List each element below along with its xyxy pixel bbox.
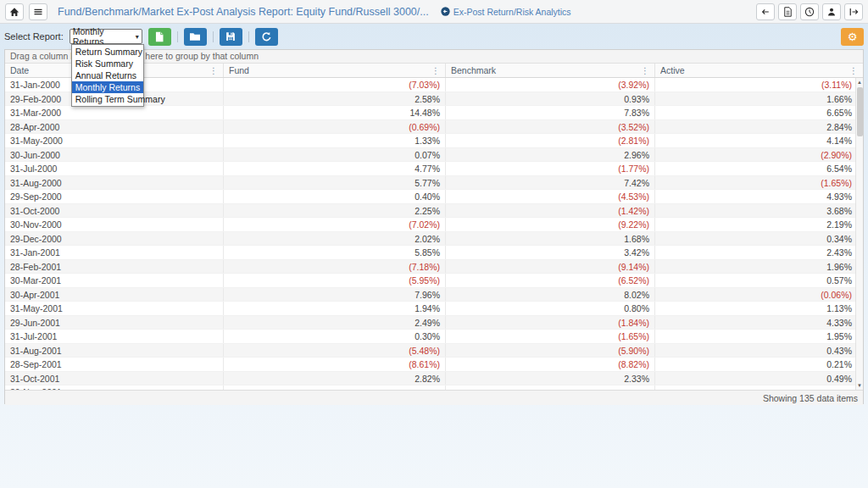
toolbar-divider	[177, 31, 178, 42]
vertical-scrollbar[interactable]: ▲ ▼	[855, 78, 863, 390]
file-icon	[154, 31, 164, 42]
cell-benchmark: (8.82%)	[446, 358, 655, 371]
cell-fund: 1.33%	[224, 134, 446, 147]
floppy-disk-icon	[225, 31, 236, 42]
table-row[interactable]: 30-Jun-20000.07%2.96%(2.90%)	[5, 148, 863, 163]
cell-date: 28-Apr-2000	[5, 120, 224, 134]
cell-fund: 2.02%	[224, 232, 446, 246]
cell-active: 2.43%	[655, 246, 863, 259]
column-menu-icon[interactable]: ⋮	[208, 66, 220, 75]
report-select[interactable]: Monthly Returns ▾	[70, 29, 142, 44]
settings-button[interactable]: ⚙	[841, 28, 864, 46]
table-row[interactable]: 30-Nov-2000(7.02%)(9.22%)2.19%	[5, 218, 863, 232]
table-row[interactable]: 29-Dec-20002.02%1.68%0.34%	[5, 232, 863, 247]
document-button[interactable]	[778, 3, 797, 20]
refresh-icon	[261, 31, 272, 42]
table-row[interactable]: 30-Mar-2001(5.95%)(6.52%)0.57%	[5, 274, 863, 288]
person-icon	[826, 7, 837, 17]
table-row[interactable]: 30-Apr-20017.96%8.02%(0.06%)	[5, 288, 863, 302]
table-row[interactable]: 29-Sep-20000.40%(4.53%)4.93%	[5, 190, 863, 204]
cell-active: 0.43%	[655, 344, 863, 358]
topbar-actions	[756, 3, 863, 20]
column-header-active[interactable]: Active⋮	[655, 64, 863, 77]
cell-active: 2.19%	[655, 218, 863, 231]
table-row-partial[interactable]: 30-Nov-2001	[5, 385, 863, 390]
column-menu-icon[interactable]: ⋮	[848, 66, 860, 75]
cell-benchmark: 8.02%	[446, 288, 655, 302]
table-row[interactable]: 31-Aug-2001(5.48%)(5.90%)0.43%	[5, 344, 863, 358]
report-file-button[interactable]	[148, 28, 171, 46]
scroll-down-icon[interactable]: ▼	[856, 381, 863, 390]
table-row[interactable]: 28-Sep-2001(8.61%)(8.82%)0.21%	[5, 358, 863, 372]
back-button[interactable]	[756, 3, 775, 20]
cell-active: 2.84%	[655, 120, 863, 134]
open-button[interactable]	[184, 28, 207, 46]
analytics-badge[interactable]: Ex-Post Return/Risk Analytics	[441, 7, 571, 17]
logout-button[interactable]	[844, 3, 863, 20]
dropdown-option[interactable]: Risk Summary	[72, 58, 143, 69]
table-row[interactable]: 31-May-20001.33%(2.81%)4.14%	[5, 134, 863, 148]
refresh-button[interactable]	[255, 28, 278, 46]
column-menu-icon[interactable]: ⋮	[430, 66, 442, 75]
table-row[interactable]: 31-Jan-20015.85%3.42%2.43%	[5, 246, 863, 260]
dropdown-option[interactable]: Annual Returns	[72, 69, 143, 81]
toolbar-divider	[248, 31, 249, 42]
cell-benchmark: (1.42%)	[446, 204, 655, 218]
cell-active: 4.14%	[655, 134, 863, 147]
cell-date: 31-Oct-2000	[5, 204, 224, 218]
cell-active: 1.95%	[655, 330, 863, 343]
report-toolbar: Select Report: Monthly Returns ▾ Return …	[4, 24, 864, 49]
cell-active	[655, 385, 863, 390]
cell-benchmark: (3.52%)	[446, 120, 655, 134]
cell-active: 3.68%	[655, 204, 863, 218]
document-icon	[783, 7, 793, 17]
column-header-fund[interactable]: Fund⋮	[224, 64, 446, 77]
user-button[interactable]	[822, 3, 841, 20]
save-button[interactable]	[220, 28, 242, 46]
cell-date: 30-Apr-2001	[5, 288, 224, 302]
dropdown-option[interactable]: Rolling Term Summary	[72, 93, 143, 105]
cell-active: 4.33%	[655, 316, 863, 330]
table-row[interactable]: 31-Mar-200014.48%7.83%6.65%	[5, 106, 863, 120]
dropdown-option[interactable]: Monthly Returns	[72, 81, 143, 93]
column-menu-icon[interactable]: ⋮	[639, 66, 651, 75]
cell-active: 0.57%	[655, 274, 863, 287]
cell-fund: (7.02%)	[224, 218, 446, 231]
table-row[interactable]: 31-Oct-20002.25%(1.42%)3.68%	[5, 204, 863, 219]
cell-fund: 0.40%	[224, 190, 446, 203]
table-row[interactable]: 31-Jul-20004.77%(1.77%)6.54%	[5, 162, 863, 176]
main-content: Select Report: Monthly Returns ▾ Return …	[0, 24, 868, 488]
table-row[interactable]: 31-Aug-20005.77%7.42%(1.65%)	[5, 176, 863, 191]
topbar: Fund/Benchmark/Market Ex-Post Analysis R…	[0, 0, 868, 24]
cell-benchmark: 1.68%	[446, 232, 655, 246]
cell-active: 0.21%	[655, 358, 863, 371]
table-row[interactable]: 31-May-20011.94%0.80%1.13%	[5, 302, 863, 316]
cell-benchmark: (1.84%)	[446, 316, 655, 330]
hamburger-icon	[33, 7, 43, 17]
cell-benchmark: (5.90%)	[446, 344, 655, 358]
cell-active: 6.54%	[655, 162, 863, 175]
history-button[interactable]	[800, 3, 819, 20]
cell-active: 0.34%	[655, 232, 863, 246]
chevron-down-icon: ▾	[136, 33, 139, 41]
scroll-up-icon[interactable]: ▲	[856, 78, 863, 86]
column-header-benchmark[interactable]: Benchmark⋮	[446, 64, 655, 77]
column-label: Active	[660, 65, 685, 75]
table-row[interactable]: 28-Feb-2001(7.18%)(9.14%)1.96%	[5, 260, 863, 274]
cell-active: 1.13%	[655, 302, 863, 315]
cell-benchmark: (3.92%)	[446, 78, 655, 92]
table-row[interactable]: 28-Apr-2000(0.69%)(3.52%)2.84%	[5, 120, 863, 135]
table-row[interactable]: 29-Jun-20012.49%(1.84%)4.33%	[5, 316, 863, 330]
table-row[interactable]: 31-Oct-20012.82%2.33%0.49%	[5, 372, 863, 386]
dropdown-option[interactable]: Return Summary	[72, 46, 143, 58]
cell-fund: 1.94%	[224, 302, 446, 315]
home-button[interactable]	[5, 3, 24, 20]
cell-benchmark: (1.65%)	[446, 330, 655, 343]
cell-active: 4.93%	[655, 190, 863, 203]
table-row[interactable]: 31-Jul-20010.30%(1.65%)1.95%	[5, 330, 863, 344]
cell-active: (2.90%)	[655, 148, 863, 162]
menu-button[interactable]	[29, 3, 47, 20]
scrollbar-thumb[interactable]	[857, 87, 863, 136]
cell-benchmark: 7.83%	[446, 106, 655, 119]
cell-active: (0.06%)	[655, 288, 863, 302]
